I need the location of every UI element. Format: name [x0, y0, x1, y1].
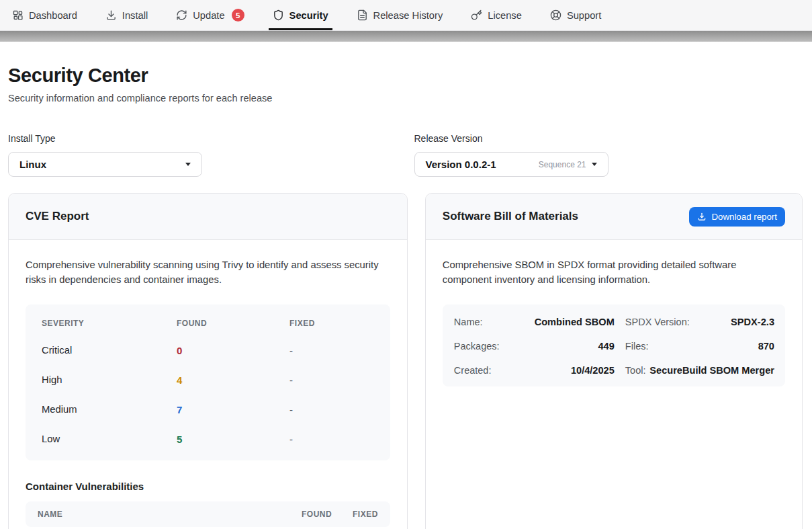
page-subtitle: Security information and compliance repo… [8, 93, 803, 104]
sbom-details-row: Created: 10/4/2025 Tool: SecureBuild SBO… [454, 358, 774, 382]
nav-item-release-history[interactable]: Release History [357, 0, 443, 30]
top-nav: Dashboard Install Update 5 Security [0, 0, 812, 31]
table-row-medium: Medium 7 - [26, 395, 390, 424]
install-type-select[interactable]: Linux [8, 152, 202, 177]
cve-card-body: Comprehensive vulnerability scanning usi… [9, 240, 407, 529]
sbom-details: Name: Combined SBOM SPDX Version: SPDX-2… [443, 304, 785, 386]
release-version-filter: Release Version Version 0.0.2-1 Sequence… [414, 133, 803, 177]
found-count: 5 [177, 434, 289, 445]
severity-label: High [42, 374, 177, 385]
download-report-label: Download report [711, 212, 777, 222]
sbom-detail-files: Files: 870 [625, 341, 774, 352]
nav-item-security[interactable]: Security [273, 0, 328, 30]
found-count: 4 [177, 374, 289, 386]
nav-item-dashboard[interactable]: Dashboard [12, 0, 77, 30]
severity-label: Critical [42, 345, 177, 356]
container-table-header: NAME FOUND FIXED [26, 501, 390, 527]
release-version-value: Version 0.0.2-1 [426, 159, 496, 170]
cve-card-title: CVE Report [26, 210, 89, 223]
detail-label: Name: [454, 317, 483, 327]
detail-label: Tool: [625, 365, 646, 376]
sbom-card: Software Bill of Materials Download repo… [425, 193, 803, 529]
severity-label: Medium [42, 404, 177, 415]
nav-item-update[interactable]: Update 5 [176, 0, 244, 30]
detail-label: SPDX Version: [625, 317, 690, 327]
release-version-label: Release Version [414, 133, 803, 144]
nav-item-support[interactable]: Support [550, 0, 601, 30]
sbom-detail-created: Created: 10/4/2025 [454, 365, 615, 376]
severity-table-header: SEVERITY FOUND FIXED [26, 311, 390, 335]
sbom-description: Comprehensive SBOM in SPDX format provid… [443, 258, 785, 287]
nav-label: Security [289, 10, 328, 21]
nav-label: Release History [373, 10, 443, 21]
nav-item-license[interactable]: License [471, 0, 522, 30]
sbom-details-row: Name: Combined SBOM SPDX Version: SPDX-2… [454, 310, 774, 334]
nav-label: License [488, 10, 522, 21]
detail-value: SecureBuild SBOM Merger [649, 365, 774, 376]
update-count-badge: 5 [232, 9, 244, 22]
install-type-label: Install Type [8, 133, 397, 144]
shield-icon [273, 9, 284, 21]
sbom-detail-name: Name: Combined SBOM [454, 317, 615, 327]
table-row-high: High 4 - [26, 365, 390, 395]
download-icon [697, 212, 707, 221]
nav-label: Dashboard [29, 10, 77, 21]
column-header-fixed: FIXED [353, 510, 378, 519]
found-count: 0 [177, 345, 289, 356]
severity-label: Low [42, 434, 177, 444]
download-report-button[interactable]: Download report [689, 207, 785, 227]
refresh-icon [176, 9, 187, 21]
header-shadow [0, 31, 812, 42]
detail-label: Created: [454, 365, 492, 376]
key-icon [471, 9, 482, 21]
table-row-critical: Critical 0 - [26, 335, 390, 365]
sbom-card-body: Comprehensive SBOM in SPDX format provid… [426, 240, 802, 405]
container-vulnerabilities-title: Container Vulnerabilities [26, 481, 390, 492]
dashboard-icon [12, 9, 24, 21]
install-type-value: Linux [19, 159, 46, 170]
detail-value: 870 [758, 341, 774, 352]
release-sequence-label: Sequence 21 [539, 160, 586, 169]
nav-label: Support [567, 10, 601, 21]
lifebuoy-icon [550, 9, 561, 21]
detail-value: 10/4/2025 [571, 365, 615, 376]
column-header-severity: SEVERITY [42, 319, 177, 328]
column-header-found: FOUND [302, 510, 353, 519]
cve-description: Comprehensive vulnerability scanning usi… [26, 258, 390, 287]
sbom-details-row: Packages: 449 Files: 870 [454, 334, 774, 358]
table-row-low: Low 5 - [26, 424, 390, 454]
security-center-page: Security Center Security information and… [0, 65, 812, 529]
detail-value: SPDX-2.3 [731, 317, 774, 327]
chevron-down-icon [592, 163, 597, 166]
page-title: Security Center [8, 65, 803, 87]
sbom-detail-spdx-version: SPDX Version: SPDX-2.3 [625, 317, 774, 327]
report-cards: CVE Report Comprehensive vulnerability s… [8, 193, 803, 529]
install-type-filter: Install Type Linux [8, 133, 397, 177]
column-header-fixed: FIXED [289, 319, 374, 328]
nav-item-install[interactable]: Install [105, 0, 148, 30]
sbom-detail-tool: Tool: SecureBuild SBOM Merger [625, 365, 774, 376]
fixed-count: - [289, 345, 374, 356]
fixed-count: - [289, 434, 374, 445]
sbom-detail-packages: Packages: 449 [454, 341, 615, 352]
severity-table: SEVERITY FOUND FIXED Critical 0 - High 4… [26, 304, 390, 460]
nav-label: Install [122, 10, 148, 21]
detail-label: Packages: [454, 341, 500, 352]
nav-label: Update [193, 10, 224, 21]
chevron-down-icon [185, 163, 191, 166]
cve-report-card: CVE Report Comprehensive vulnerability s… [8, 193, 408, 529]
filters-row: Install Type Linux Release Version Versi… [8, 133, 803, 177]
sbom-card-header: Software Bill of Materials Download repo… [426, 194, 802, 240]
detail-label: Files: [625, 341, 649, 352]
release-version-select[interactable]: Version 0.0.2-1 Sequence 21 [414, 152, 608, 177]
fixed-count: - [289, 404, 374, 415]
column-header-name: NAME [38, 510, 302, 519]
sbom-card-title: Software Bill of Materials [443, 210, 578, 223]
found-count: 7 [177, 404, 289, 415]
download-icon [105, 9, 117, 21]
detail-value: Combined SBOM [535, 317, 615, 327]
document-icon [357, 9, 368, 21]
detail-value: 449 [598, 341, 614, 352]
column-header-found: FOUND [177, 319, 289, 328]
cve-card-header: CVE Report [9, 194, 407, 240]
